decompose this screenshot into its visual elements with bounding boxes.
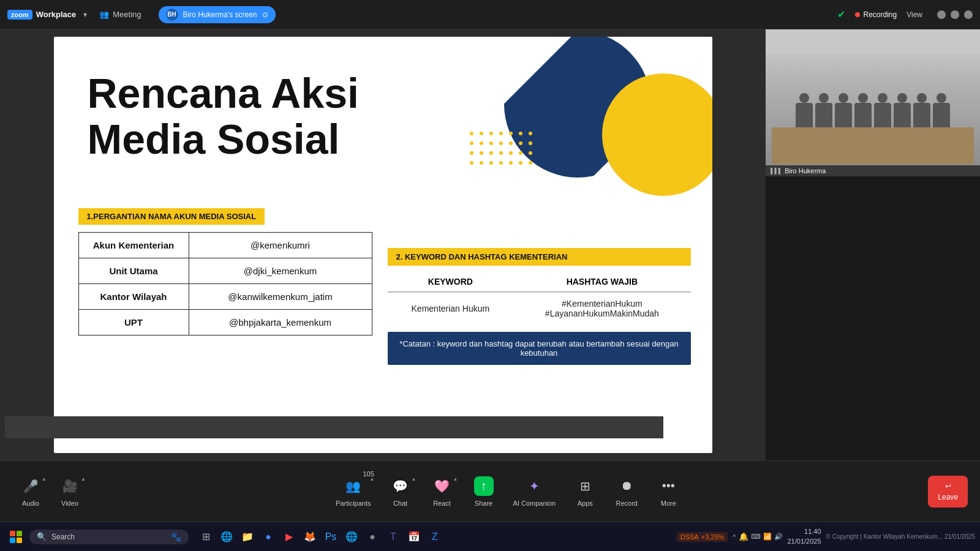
dot — [480, 151, 483, 155]
photoshop-icon[interactable]: Ps — [321, 527, 341, 547]
dot — [499, 161, 503, 165]
screen-initials: BH — [167, 11, 176, 18]
dot — [489, 161, 493, 165]
section1-header: 1.PERGANTIAN NAMA AKUN MEDIA SOSIAL — [78, 208, 265, 225]
leave-button[interactable]: ↩ Leave — [928, 476, 968, 508]
chevron-icon[interactable]: ^ — [733, 533, 736, 541]
windows-taskbar: 🔍 Search 🐾 ⊞ 🌐 📁 ● ▶ 🦊 Ps 🌐 ● T 📅 Z DSSA… — [0, 522, 980, 551]
browser2-icon[interactable]: 🌐 — [342, 527, 361, 547]
participants-button[interactable]: 👥 105 Participants ▲ — [330, 471, 377, 512]
dot — [499, 141, 503, 145]
zoom-taskbar-icon[interactable]: Z — [425, 527, 445, 547]
react-icon: 🩷 — [432, 476, 452, 496]
view-button[interactable]: View — [907, 10, 922, 19]
video-caret[interactable]: ▲ — [81, 476, 86, 482]
apps-button[interactable]: ⊞ Apps — [567, 471, 603, 512]
react-button[interactable]: 🩷 React ▲ — [424, 471, 461, 512]
video-icon: 🎥 — [60, 476, 80, 496]
section2: 2. KEYWORD DAN HASHTAG KEMENTERIAN KEYWO… — [388, 248, 691, 365]
zoom-workplace-text: Workplace — [36, 10, 77, 19]
stock-change: +3,25% — [701, 533, 725, 541]
top-bar-right: ✔ Recording View — [837, 9, 973, 20]
chat-caret[interactable]: ▲ — [412, 476, 417, 482]
video-panel: ▌▌▌ Biro Hukerma — [766, 29, 980, 460]
dot — [519, 141, 522, 145]
close-button[interactable] — [964, 10, 973, 19]
meeting-button[interactable]: 👥 Meeting — [94, 7, 146, 21]
slide-bottom-bar — [5, 416, 663, 438]
more-label: More — [661, 500, 676, 507]
minimize-button[interactable] — [937, 10, 946, 19]
apps-label: Apps — [578, 500, 593, 507]
audio-label: Audio — [22, 500, 39, 507]
slide-title-line2: Media Sosial — [88, 116, 359, 162]
presentation-slide: Rencana Aksi Media Sosial 1.PERGANTIAN N… — [54, 37, 712, 453]
taskbar-app-icons: ⊞ 🌐 📁 ● ▶ 🦊 Ps 🌐 ● T 📅 Z — [196, 527, 445, 547]
taskbar-search[interactable]: 🔍 Search 🐾 — [29, 530, 189, 544]
chrome-icon[interactable]: ● — [258, 527, 278, 547]
dot — [509, 161, 513, 165]
main-area: Rencana Aksi Media Sosial 1.PERGANTIAN N… — [0, 29, 980, 460]
keyboard-icon[interactable]: ⌨ — [751, 533, 761, 541]
volume-icon[interactable]: 🔊 — [774, 533, 783, 541]
recording-dot — [855, 12, 860, 17]
search-icon: 🔍 — [37, 532, 47, 541]
maximize-button[interactable] — [951, 10, 959, 19]
dot — [509, 151, 513, 155]
start-button[interactable] — [5, 526, 27, 548]
notification-icon[interactable]: 🔔 — [739, 532, 748, 541]
chat-icon: 💬 — [391, 476, 410, 496]
note-box: *Catatan : keyword dan hashtag dapat ber… — [388, 332, 691, 365]
dot — [489, 151, 493, 155]
dropdown-arrow[interactable]: ▾ — [83, 10, 87, 19]
ai-companion-button[interactable]: ✦ AI Companion — [507, 471, 562, 512]
app-icon[interactable]: ● — [363, 527, 382, 547]
more-button[interactable]: ••• More — [650, 471, 687, 512]
video-room-background — [766, 29, 980, 176]
audio-icon: 🎤 — [21, 476, 40, 496]
record-icon: ⏺ — [617, 476, 636, 496]
dot — [470, 141, 473, 145]
clock-date: 21/01/2025 — [788, 537, 821, 546]
record-button[interactable]: ⏺ Record — [608, 471, 645, 512]
audio-caret[interactable]: ▲ — [42, 476, 47, 482]
room-table — [772, 127, 974, 164]
dot — [480, 141, 483, 145]
table-cell-value: @bhpjakarta_kemenkum — [189, 310, 372, 335]
dot — [519, 161, 522, 165]
keyword-table-header-row: KEYWORD HASHTAG WAJIB — [388, 272, 691, 292]
react-label: React — [433, 500, 451, 507]
share-label: Share — [475, 500, 492, 507]
audio-button[interactable]: 🎤 Audio ▲ — [12, 471, 49, 512]
screen-share-menu-icon[interactable]: ⊙ — [262, 10, 268, 19]
react-caret[interactable]: ▲ — [453, 476, 458, 482]
slide-container: Rencana Aksi Media Sosial 1.PERGANTIAN N… — [0, 29, 766, 460]
explorer-icon[interactable]: 📁 — [238, 527, 257, 547]
clock-time: 11.40 — [788, 527, 821, 536]
teams-icon[interactable]: T — [383, 527, 403, 547]
chat-button[interactable]: 💬 Chat ▲ — [382, 471, 419, 512]
systray: ^ 🔔 ⌨ 📶 🔊 — [733, 532, 782, 541]
dot — [480, 132, 483, 135]
keyword-value: Kementerian Hukum — [388, 293, 514, 325]
media-icon[interactable]: ▶ — [279, 527, 299, 547]
firefox-icon[interactable]: 🦊 — [300, 527, 320, 547]
calendar-icon[interactable]: 📅 — [404, 527, 424, 547]
participants-caret[interactable]: ▲ — [370, 476, 375, 482]
video-button[interactable]: 🎥 Video ▲ — [51, 471, 88, 512]
security-check-icon: ✔ — [837, 9, 845, 20]
dot — [499, 132, 503, 135]
taskview-icon[interactable]: ⊞ — [196, 527, 216, 547]
screen-share-tab[interactable]: BH Biro Hukerma's screen ⊙ — [159, 6, 276, 23]
toolbar-right: ↩ Leave — [928, 476, 968, 508]
dot — [529, 132, 532, 135]
taskbar-search-placeholder: Search — [51, 533, 75, 541]
table-cell-label: Unit Utama — [78, 258, 189, 284]
edge-icon[interactable]: 🌐 — [217, 527, 236, 547]
table-cell-value: @djki_kemenkum — [189, 258, 372, 284]
keyword-col-header: KEYWORD — [388, 272, 514, 292]
meeting-label: Meeting — [113, 10, 141, 19]
wifi-icon[interactable]: 📶 — [763, 533, 772, 541]
video-label: Video — [61, 500, 78, 507]
share-button[interactable]: ↑ Share — [466, 471, 502, 512]
